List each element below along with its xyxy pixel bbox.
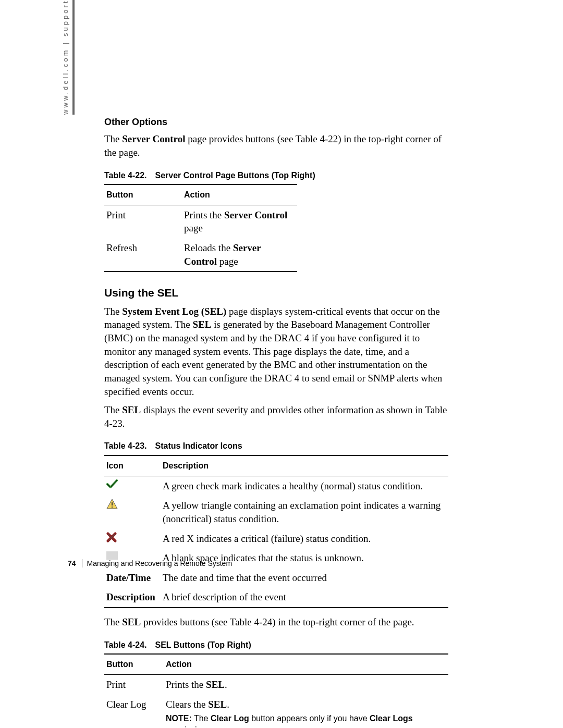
caption-table-4-23: Table 4-23.Status Indicator Icons [104, 440, 448, 452]
caption-table-4-22: Table 4-22.Server Control Page Buttons (… [104, 170, 448, 181]
footer-chapter: Managing and Recovering a Remote System [87, 559, 232, 567]
para-sel-3: The SEL provides buttons (see Table 4-24… [104, 615, 448, 629]
footer-separator [82, 559, 82, 567]
th-action: Action [164, 654, 448, 674]
table-4-22: Button Action Print Prints the Server Co… [104, 184, 297, 272]
th-button: Button [104, 654, 164, 674]
table-row: Date/Time The date and time that the eve… [104, 568, 448, 588]
heading-using-sel: Using the SEL [104, 286, 448, 300]
th-description: Description [161, 455, 448, 476]
page-body: Other Options The Server Control page pr… [104, 116, 448, 728]
table-row: Clear Log Clears the SEL. NOTE: The Clea… [104, 695, 448, 728]
table-4-24: Button Action Print Prints the SEL. Clea… [104, 653, 448, 728]
table-4-23: Icon Description A green check mark indi… [104, 455, 448, 608]
svg-rect-2 [112, 507, 113, 508]
table-row: Print Prints the SEL. [104, 674, 448, 694]
status-warning-icon [106, 499, 155, 509]
para-sel-1: The System Event Log (SEL) page displays… [104, 305, 448, 398]
table-row: Description A brief description of the e… [104, 587, 448, 608]
page-footer: 74 Managing and Recovering a Remote Syst… [68, 559, 232, 569]
status-critical-icon [106, 532, 155, 542]
heading-other-options: Other Options [104, 116, 448, 128]
table-row: A red X indicates a critical (failure) s… [104, 529, 448, 549]
status-ok-icon [106, 479, 155, 489]
table-row: Refresh Reloads the Server Control page [104, 238, 297, 272]
page-number: 74 [68, 559, 76, 567]
th-button: Button [104, 184, 182, 205]
caption-table-4-24: Table 4-24.SEL Buttons (Top Right) [104, 639, 448, 651]
th-action: Action [182, 184, 297, 205]
para-sel-2: The SEL displays the event severity and … [104, 403, 448, 430]
note-clear-log: NOTE: The Clear Log button appears only … [166, 713, 443, 728]
th-icon: Icon [104, 455, 161, 476]
table-row: Print Prints the Server Control page [104, 205, 297, 238]
margin-website-tab: www.dell.com | support.dell.com [61, 0, 75, 115]
para-server-control-intro: The Server Control page provides buttons… [104, 132, 448, 159]
table-row: A green check mark indicates a healthy (… [104, 476, 448, 496]
table-row: A yellow triangle containing an exclamat… [104, 496, 448, 528]
svg-rect-1 [112, 502, 113, 505]
